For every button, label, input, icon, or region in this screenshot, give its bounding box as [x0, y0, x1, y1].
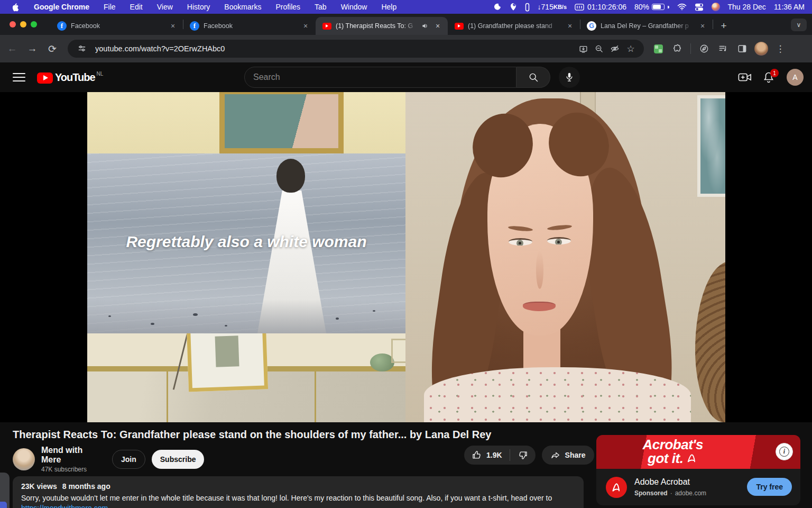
control-center-icon[interactable]	[695, 3, 704, 11]
channel-name[interactable]: Mend with Mere	[41, 446, 104, 465]
ad-body[interactable]: Adobe Acrobat Sponsored · adobe.com Try …	[596, 469, 800, 505]
browser-tab-grandfather[interactable]: (1) Grandfather please stand ×	[448, 17, 580, 35]
subscribe-button[interactable]: Subscribe	[152, 450, 205, 469]
macos-menubar: Google Chrome File Edit View History Boo…	[0, 0, 812, 14]
share-button[interactable]: Share	[542, 446, 594, 465]
window-minimize-button[interactable]	[20, 21, 26, 28]
video-scene-glass-tray	[391, 339, 405, 363]
extension-green-icon[interactable]	[650, 41, 666, 57]
tab-label: (1) Therapist Reacts To: G	[336, 22, 417, 30]
apple-icon[interactable]	[12, 3, 20, 12]
location-pin-icon[interactable]	[510, 3, 517, 11]
bookmark-star-icon[interactable]: ☆	[623, 41, 639, 57]
facebook-icon: f	[57, 21, 67, 31]
chrome-menu-icon[interactable]: ⋮	[772, 41, 788, 57]
like-count: 1.9K	[486, 451, 502, 459]
upload-age: 8 months ago	[62, 482, 110, 491]
ad-info-button[interactable]: i	[776, 443, 793, 460]
media-controls-icon[interactable]	[715, 41, 731, 57]
wifi-icon[interactable]	[677, 3, 687, 11]
close-icon[interactable]: ×	[698, 21, 707, 31]
menu-bookmarks[interactable]: Bookmarks	[224, 3, 261, 11]
address-bar[interactable]: ☆	[68, 40, 644, 58]
app-sphere-icon[interactable]	[712, 3, 720, 11]
thumbs-up-icon	[472, 450, 482, 460]
chrome-toolbar: ← → ⟳ ☆	[0, 35, 812, 62]
menu-window[interactable]: Window	[341, 3, 367, 11]
menu-file[interactable]: File	[104, 3, 116, 11]
device-capsule-icon[interactable]	[525, 3, 530, 12]
url-input[interactable]	[95, 44, 575, 53]
like-button[interactable]: 1.9K	[464, 450, 510, 460]
search-input[interactable]	[253, 72, 516, 82]
video-player[interactable]: Regrettably also a white woman	[0, 92, 812, 422]
description-link[interactable]: https://mendwithmere.com	[21, 504, 575, 508]
menubar-app-name[interactable]: Google Chrome	[34, 3, 89, 11]
account-avatar[interactable]: A	[787, 69, 804, 86]
menubar-time[interactable]: 11:36 AM	[774, 3, 805, 11]
forward-button[interactable]: →	[24, 41, 40, 57]
close-icon[interactable]: ×	[433, 21, 442, 31]
video-scene-wall-art	[697, 95, 725, 197]
menu-history[interactable]: History	[187, 3, 210, 11]
menu-help[interactable]: Help	[381, 3, 396, 11]
dislike-button[interactable]	[510, 450, 536, 460]
tab-label: Facebook	[71, 22, 164, 30]
tab-search-button[interactable]: ∨	[791, 19, 807, 31]
new-tab-button[interactable]: +	[716, 19, 731, 33]
close-icon[interactable]: ×	[168, 21, 178, 31]
back-button[interactable]: ←	[4, 41, 20, 57]
channel-avatar[interactable]	[13, 448, 35, 470]
join-button[interactable]: Join	[112, 450, 145, 469]
close-icon[interactable]: ×	[565, 21, 575, 31]
install-app-icon[interactable]	[575, 41, 591, 57]
eye-off-icon[interactable]	[607, 41, 623, 57]
site-settings-icon[interactable]	[74, 41, 90, 57]
guide-menu-icon[interactable]	[13, 70, 25, 84]
create-video-icon[interactable]	[738, 71, 751, 84]
search-button[interactable]	[516, 67, 550, 88]
menu-edit[interactable]: Edit	[130, 3, 143, 11]
search-box[interactable]	[244, 67, 516, 88]
menu-profiles[interactable]: Profiles	[275, 3, 300, 11]
video-scene-dresser-seam	[315, 371, 316, 422]
battery-indicator[interactable]: 80%	[634, 3, 669, 11]
window-close-button[interactable]	[10, 21, 16, 28]
close-icon[interactable]: ×	[301, 21, 310, 31]
video-scene-wicker-chair	[695, 261, 725, 422]
extensions-puzzle-icon[interactable]	[669, 41, 685, 57]
browser-tab-lana-del-rey[interactable]: G Lana Del Rey – Grandfather p ×	[580, 17, 713, 35]
watch-info-section: Therapist Reacts To: Grandfather please …	[0, 422, 812, 508]
youtube-masthead: YouTube NL 1 A	[0, 62, 812, 92]
profile-avatar[interactable]	[753, 41, 769, 57]
side-panel-icon[interactable]	[734, 41, 750, 57]
usage-timer[interactable]: 01:10:26:06	[575, 3, 626, 11]
menubar-date[interactable]: Thu 28 Dec	[728, 3, 766, 11]
ad-advertiser: Adobe Acrobat	[634, 477, 706, 487]
menu-tab[interactable]: Tab	[315, 3, 327, 11]
battery-saver-leaf-icon[interactable]	[696, 41, 712, 57]
microphone-icon	[565, 72, 574, 83]
window-zoom-button[interactable]	[31, 21, 37, 28]
tab-label: Lana Del Rey – Grandfather p	[601, 22, 694, 30]
tab-label: (1) Grandfather please stand	[468, 22, 561, 30]
video-scene-floral-blouse	[424, 367, 691, 422]
network-speed[interactable]: ↓715KB/s	[538, 3, 567, 11]
download-speed-value: 715	[541, 3, 553, 11]
browser-tab-facebook-2[interactable]: f Facebook ×	[183, 17, 316, 35]
description-box[interactable]: 23K views 8 months ago Sorry, youtube wo…	[13, 476, 584, 508]
menu-view[interactable]: View	[157, 3, 173, 11]
browser-tab-active-therapist-reacts[interactable]: (1) Therapist Reacts To: G ×	[316, 17, 448, 35]
notifications-bell-icon[interactable]: 1	[762, 71, 775, 84]
browser-tab-facebook-1[interactable]: f Facebook ×	[51, 17, 183, 35]
ad-banner[interactable]: Acrobat's got it. i	[596, 435, 800, 469]
share-icon	[550, 450, 561, 460]
zoom-out-icon[interactable]	[591, 41, 607, 57]
ad-domain: adobe.com	[675, 489, 706, 497]
do-not-disturb-moon-icon[interactable]	[493, 3, 502, 11]
ad-cta-button[interactable]: Try free	[747, 478, 792, 496]
tab-audio-icon[interactable]	[421, 22, 429, 30]
reload-button[interactable]: ⟳	[44, 41, 60, 57]
youtube-logo[interactable]: YouTube NL	[37, 71, 103, 84]
voice-search-button[interactable]	[559, 67, 580, 88]
